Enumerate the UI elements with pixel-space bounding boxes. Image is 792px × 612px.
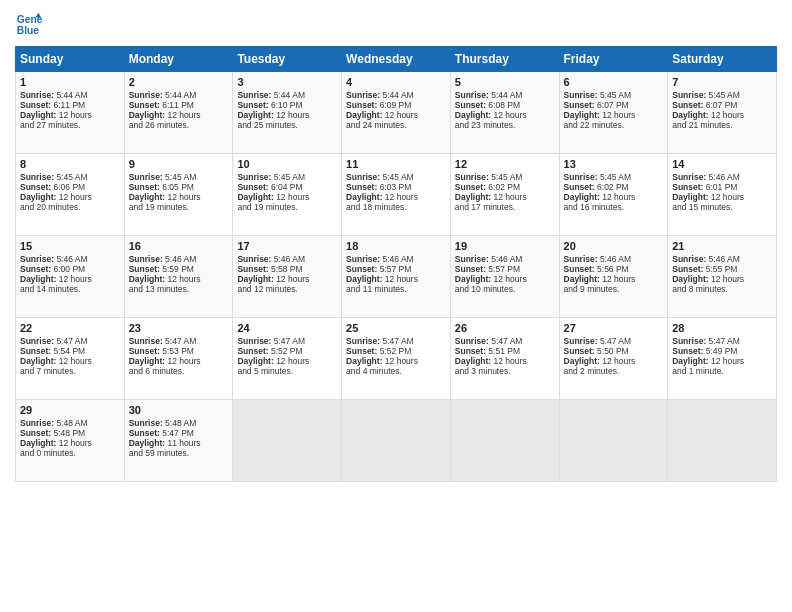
svg-text:Blue: Blue <box>17 25 40 36</box>
day-number: 1 <box>20 76 120 88</box>
calendar-cell: 13Sunrise: 5:45 AMSunset: 6:02 PMDayligh… <box>559 154 668 236</box>
calendar-cell: 10Sunrise: 5:45 AMSunset: 6:04 PMDayligh… <box>233 154 342 236</box>
col-header-thursday: Thursday <box>450 47 559 72</box>
cell-content: Sunrise: 5:46 AMSunset: 5:57 PMDaylight:… <box>455 254 527 294</box>
cell-content: Sunrise: 5:45 AMSunset: 6:04 PMDaylight:… <box>237 172 309 212</box>
day-number: 24 <box>237 322 337 334</box>
calendar-cell: 19Sunrise: 5:46 AMSunset: 5:57 PMDayligh… <box>450 236 559 318</box>
cell-content: Sunrise: 5:47 AMSunset: 5:49 PMDaylight:… <box>672 336 744 376</box>
logo: General Blue <box>15 10 47 38</box>
day-number: 15 <box>20 240 120 252</box>
day-number: 12 <box>455 158 555 170</box>
week-row-4: 22Sunrise: 5:47 AMSunset: 5:54 PMDayligh… <box>16 318 777 400</box>
cell-content: Sunrise: 5:44 AMSunset: 6:11 PMDaylight:… <box>20 90 92 130</box>
calendar-header-row: SundayMondayTuesdayWednesdayThursdayFrid… <box>16 47 777 72</box>
calendar-cell: 28Sunrise: 5:47 AMSunset: 5:49 PMDayligh… <box>668 318 777 400</box>
day-number: 23 <box>129 322 229 334</box>
calendar-cell <box>559 400 668 482</box>
cell-content: Sunrise: 5:45 AMSunset: 6:07 PMDaylight:… <box>672 90 744 130</box>
day-number: 3 <box>237 76 337 88</box>
cell-content: Sunrise: 5:47 AMSunset: 5:52 PMDaylight:… <box>346 336 418 376</box>
day-number: 16 <box>129 240 229 252</box>
col-header-wednesday: Wednesday <box>342 47 451 72</box>
calendar-table: SundayMondayTuesdayWednesdayThursdayFrid… <box>15 46 777 482</box>
cell-content: Sunrise: 5:48 AMSunset: 5:48 PMDaylight:… <box>20 418 92 458</box>
day-number: 19 <box>455 240 555 252</box>
day-number: 11 <box>346 158 446 170</box>
day-number: 22 <box>20 322 120 334</box>
cell-content: Sunrise: 5:46 AMSunset: 6:01 PMDaylight:… <box>672 172 744 212</box>
cell-content: Sunrise: 5:47 AMSunset: 5:52 PMDaylight:… <box>237 336 309 376</box>
cell-content: Sunrise: 5:46 AMSunset: 5:58 PMDaylight:… <box>237 254 309 294</box>
day-number: 18 <box>346 240 446 252</box>
col-header-monday: Monday <box>124 47 233 72</box>
day-number: 21 <box>672 240 772 252</box>
calendar-cell: 15Sunrise: 5:46 AMSunset: 6:00 PMDayligh… <box>16 236 125 318</box>
cell-content: Sunrise: 5:47 AMSunset: 5:50 PMDaylight:… <box>564 336 636 376</box>
page-header: General Blue <box>15 10 777 38</box>
day-number: 10 <box>237 158 337 170</box>
cell-content: Sunrise: 5:45 AMSunset: 6:06 PMDaylight:… <box>20 172 92 212</box>
day-number: 25 <box>346 322 446 334</box>
day-number: 2 <box>129 76 229 88</box>
calendar-cell: 24Sunrise: 5:47 AMSunset: 5:52 PMDayligh… <box>233 318 342 400</box>
calendar-cell <box>342 400 451 482</box>
calendar-cell: 18Sunrise: 5:46 AMSunset: 5:57 PMDayligh… <box>342 236 451 318</box>
week-row-2: 8Sunrise: 5:45 AMSunset: 6:06 PMDaylight… <box>16 154 777 236</box>
calendar-cell: 20Sunrise: 5:46 AMSunset: 5:56 PMDayligh… <box>559 236 668 318</box>
calendar-cell: 5Sunrise: 5:44 AMSunset: 6:08 PMDaylight… <box>450 72 559 154</box>
day-number: 27 <box>564 322 664 334</box>
day-number: 28 <box>672 322 772 334</box>
week-row-3: 15Sunrise: 5:46 AMSunset: 6:00 PMDayligh… <box>16 236 777 318</box>
day-number: 4 <box>346 76 446 88</box>
calendar-cell: 3Sunrise: 5:44 AMSunset: 6:10 PMDaylight… <box>233 72 342 154</box>
day-number: 9 <box>129 158 229 170</box>
cell-content: Sunrise: 5:46 AMSunset: 5:57 PMDaylight:… <box>346 254 418 294</box>
calendar-cell: 21Sunrise: 5:46 AMSunset: 5:55 PMDayligh… <box>668 236 777 318</box>
calendar-cell: 9Sunrise: 5:45 AMSunset: 6:05 PMDaylight… <box>124 154 233 236</box>
calendar-cell: 4Sunrise: 5:44 AMSunset: 6:09 PMDaylight… <box>342 72 451 154</box>
calendar-cell: 17Sunrise: 5:46 AMSunset: 5:58 PMDayligh… <box>233 236 342 318</box>
calendar-cell: 7Sunrise: 5:45 AMSunset: 6:07 PMDaylight… <box>668 72 777 154</box>
day-number: 8 <box>20 158 120 170</box>
cell-content: Sunrise: 5:44 AMSunset: 6:11 PMDaylight:… <box>129 90 201 130</box>
calendar-cell: 27Sunrise: 5:47 AMSunset: 5:50 PMDayligh… <box>559 318 668 400</box>
day-number: 14 <box>672 158 772 170</box>
cell-content: Sunrise: 5:46 AMSunset: 5:59 PMDaylight:… <box>129 254 201 294</box>
calendar-cell: 29Sunrise: 5:48 AMSunset: 5:48 PMDayligh… <box>16 400 125 482</box>
week-row-5: 29Sunrise: 5:48 AMSunset: 5:48 PMDayligh… <box>16 400 777 482</box>
calendar-cell: 23Sunrise: 5:47 AMSunset: 5:53 PMDayligh… <box>124 318 233 400</box>
calendar-cell: 30Sunrise: 5:48 AMSunset: 5:47 PMDayligh… <box>124 400 233 482</box>
cell-content: Sunrise: 5:44 AMSunset: 6:08 PMDaylight:… <box>455 90 527 130</box>
calendar-page: General Blue SundayMondayTuesdayWednesda… <box>0 0 792 612</box>
day-number: 17 <box>237 240 337 252</box>
calendar-cell: 8Sunrise: 5:45 AMSunset: 6:06 PMDaylight… <box>16 154 125 236</box>
day-number: 7 <box>672 76 772 88</box>
cell-content: Sunrise: 5:45 AMSunset: 6:02 PMDaylight:… <box>564 172 636 212</box>
calendar-cell: 22Sunrise: 5:47 AMSunset: 5:54 PMDayligh… <box>16 318 125 400</box>
calendar-cell <box>450 400 559 482</box>
calendar-cell: 1Sunrise: 5:44 AMSunset: 6:11 PMDaylight… <box>16 72 125 154</box>
cell-content: Sunrise: 5:48 AMSunset: 5:47 PMDaylight:… <box>129 418 201 458</box>
col-header-sunday: Sunday <box>16 47 125 72</box>
cell-content: Sunrise: 5:47 AMSunset: 5:51 PMDaylight:… <box>455 336 527 376</box>
col-header-tuesday: Tuesday <box>233 47 342 72</box>
logo-icon: General Blue <box>15 10 43 38</box>
col-header-friday: Friday <box>559 47 668 72</box>
calendar-cell: 14Sunrise: 5:46 AMSunset: 6:01 PMDayligh… <box>668 154 777 236</box>
day-number: 13 <box>564 158 664 170</box>
week-row-1: 1Sunrise: 5:44 AMSunset: 6:11 PMDaylight… <box>16 72 777 154</box>
cell-content: Sunrise: 5:45 AMSunset: 6:05 PMDaylight:… <box>129 172 201 212</box>
cell-content: Sunrise: 5:46 AMSunset: 5:55 PMDaylight:… <box>672 254 744 294</box>
cell-content: Sunrise: 5:45 AMSunset: 6:07 PMDaylight:… <box>564 90 636 130</box>
calendar-cell: 25Sunrise: 5:47 AMSunset: 5:52 PMDayligh… <box>342 318 451 400</box>
day-number: 30 <box>129 404 229 416</box>
cell-content: Sunrise: 5:46 AMSunset: 5:56 PMDaylight:… <box>564 254 636 294</box>
day-number: 26 <box>455 322 555 334</box>
cell-content: Sunrise: 5:45 AMSunset: 6:03 PMDaylight:… <box>346 172 418 212</box>
calendar-cell: 2Sunrise: 5:44 AMSunset: 6:11 PMDaylight… <box>124 72 233 154</box>
cell-content: Sunrise: 5:47 AMSunset: 5:54 PMDaylight:… <box>20 336 92 376</box>
day-number: 20 <box>564 240 664 252</box>
cell-content: Sunrise: 5:46 AMSunset: 6:00 PMDaylight:… <box>20 254 92 294</box>
col-header-saturday: Saturday <box>668 47 777 72</box>
